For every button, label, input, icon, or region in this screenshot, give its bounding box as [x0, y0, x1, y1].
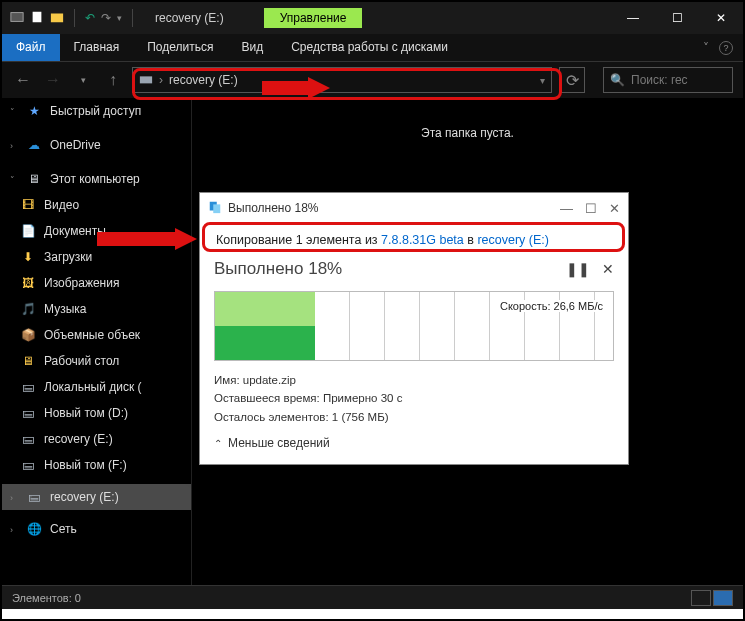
- dialog-minimize-button[interactable]: —: [560, 201, 573, 216]
- separator: [74, 9, 75, 27]
- address-bar[interactable]: › recovery (E:) ▾: [132, 67, 552, 93]
- ribbon-tab-drivetools[interactable]: Средства работы с дисками: [277, 34, 462, 61]
- sidebar-item-label: Локальный диск (: [44, 380, 142, 394]
- sidebar-network[interactable]: ›🌐Сеть: [2, 516, 191, 542]
- pause-button[interactable]: ❚❚: [566, 261, 590, 277]
- ribbon-context-tab[interactable]: Управление: [264, 8, 363, 28]
- back-button[interactable]: ←: [12, 69, 34, 91]
- sidebar-selected-recovery-e[interactable]: ›🖴recovery (E:): [2, 484, 191, 510]
- minimize-button[interactable]: —: [611, 2, 655, 34]
- sidebar-item-label: Объемные объек: [44, 328, 140, 342]
- ribbon-tab-home[interactable]: Главная: [60, 34, 134, 61]
- close-button[interactable]: ✕: [699, 2, 743, 34]
- copy-prefix: Копирование 1 элемента из: [216, 233, 381, 247]
- forward-button[interactable]: →: [42, 69, 64, 91]
- sidebar-item-desktop[interactable]: 🖥Рабочий стол: [2, 348, 191, 374]
- svg-rect-3: [140, 76, 152, 83]
- search-placeholder: Поиск: rec: [631, 73, 688, 87]
- sidebar-item-label: recovery (E:): [44, 432, 113, 446]
- sidebar-quick-access[interactable]: ˅★Быстрый доступ: [2, 98, 191, 124]
- ribbon-expand-icon[interactable]: ˅: [703, 41, 709, 55]
- copy-source-link[interactable]: 7.8.8.31G beta: [381, 233, 464, 247]
- empty-folder-message: Эта папка пуста.: [192, 98, 743, 140]
- sidebar-item-label: OneDrive: [50, 138, 101, 152]
- speed-label: Скорость: 26,6 МБ/с: [498, 300, 605, 312]
- copy-progress-dialog: Выполнено 18% — ☐ ✕ Копирование 1 элемен…: [199, 192, 629, 465]
- sidebar-item-videos[interactable]: 🎞Видео: [2, 192, 191, 218]
- copy-dest-link[interactable]: recovery (E:): [477, 233, 549, 247]
- ribbon-tab-view[interactable]: Вид: [227, 34, 277, 61]
- redo-icon[interactable]: ↷: [101, 11, 111, 25]
- sidebar-this-pc[interactable]: ˅🖥Этот компьютер: [2, 166, 191, 192]
- svg-rect-2: [51, 13, 63, 22]
- sidebar-item-3dobjects[interactable]: 📦Объемные объек: [2, 322, 191, 348]
- sidebar-item-label: Сеть: [50, 522, 77, 536]
- sidebar-item-localdisk-c[interactable]: 🖴Локальный диск (: [2, 374, 191, 400]
- sidebar-item-label: Быстрый доступ: [50, 104, 141, 118]
- qat-newfolder-icon[interactable]: [50, 10, 64, 27]
- svg-rect-0: [11, 12, 23, 21]
- window-controls: — ☐ ✕: [611, 2, 743, 34]
- sidebar-item-label: Видео: [44, 198, 79, 212]
- sidebar-item-label: Новый том (D:): [44, 406, 128, 420]
- undo-icon[interactable]: ↶: [85, 11, 95, 25]
- view-details-button[interactable]: [691, 590, 711, 606]
- view-large-button[interactable]: [713, 590, 733, 606]
- disk-icon: 🖴: [20, 405, 36, 421]
- maximize-button[interactable]: ☐: [655, 2, 699, 34]
- copy-meta: Имя: update.zip Оставшееся время: Пример…: [214, 365, 614, 426]
- sidebar-item-label: recovery (E:): [50, 490, 119, 504]
- dialog-icon: [208, 200, 222, 217]
- breadcrumb-sep: ›: [159, 73, 163, 87]
- sidebar-item-label: Загрузки: [44, 250, 92, 264]
- dialog-close-button[interactable]: ✕: [609, 201, 620, 216]
- folder-icon: 📦: [20, 327, 36, 343]
- search-box[interactable]: 🔍 Поиск: rec: [603, 67, 733, 93]
- titlebar: ↶ ↷ ▾ recovery (E:) Управление — ☐ ✕: [2, 2, 743, 34]
- sidebar-item-music[interactable]: 🎵Музыка: [2, 296, 191, 322]
- star-icon: ★: [26, 103, 42, 119]
- breadcrumb-text[interactable]: recovery (E:): [169, 73, 238, 87]
- ribbon-collapse: ˅ ?: [693, 34, 743, 61]
- sidebar-item-label: Новый том (F:): [44, 458, 127, 472]
- network-icon: 🌐: [26, 521, 42, 537]
- fewer-details-label: Меньше сведений: [228, 436, 330, 450]
- ribbon-tab-file[interactable]: Файл: [2, 34, 60, 61]
- disk-icon: 🖴: [26, 489, 42, 505]
- dialog-maximize-button[interactable]: ☐: [585, 201, 597, 216]
- ribbon-tab-share[interactable]: Поделиться: [133, 34, 227, 61]
- app-icon: [10, 10, 24, 27]
- folder-icon: 🎞: [20, 197, 36, 213]
- sidebar-item-downloads[interactable]: ⬇Загрузки: [2, 244, 191, 270]
- cancel-button[interactable]: ✕: [602, 261, 614, 277]
- sidebar-item-pictures[interactable]: 🖼Изображения: [2, 270, 191, 296]
- meta-remaining: Осталось элементов: 1 (756 МБ): [214, 408, 614, 426]
- folder-icon: 📄: [20, 223, 36, 239]
- chevron-up-icon: ⌃: [214, 438, 222, 449]
- sidebar-item-label: Музыка: [44, 302, 86, 316]
- address-dropdown-icon[interactable]: ▾: [540, 75, 545, 86]
- sidebar-item-recovery-e[interactable]: 🖴recovery (E:): [2, 426, 191, 452]
- recent-dropdown-icon[interactable]: ▾: [72, 69, 94, 91]
- progress-heading: Выполнено 18% ❚❚ ✕: [214, 253, 614, 285]
- drive-icon: [139, 72, 153, 89]
- cloud-icon: ☁: [26, 137, 42, 153]
- sidebar-onedrive[interactable]: ›☁OneDrive: [2, 132, 191, 158]
- view-switcher: [691, 590, 733, 606]
- fewer-details-toggle[interactable]: ⌃ Меньше сведений: [214, 426, 614, 450]
- sidebar-item-documents[interactable]: 📄Документы: [2, 218, 191, 244]
- up-button[interactable]: ↑: [102, 69, 124, 91]
- copy-mid: в: [464, 233, 478, 247]
- refresh-button[interactable]: ⟳: [559, 67, 585, 93]
- dialog-titlebar[interactable]: Выполнено 18% — ☐ ✕: [200, 193, 628, 223]
- help-icon[interactable]: ?: [719, 41, 733, 55]
- qat-dropdown-icon[interactable]: ▾: [117, 13, 122, 23]
- explorer-window: ↶ ↷ ▾ recovery (E:) Управление — ☐ ✕ Фай…: [0, 0, 745, 621]
- sidebar-item-volume-d[interactable]: 🖴Новый том (D:): [2, 400, 191, 426]
- navigation-pane[interactable]: ˅★Быстрый доступ ›☁OneDrive ˅🖥Этот компь…: [2, 98, 192, 585]
- qat-properties-icon[interactable]: [30, 10, 44, 27]
- navigation-bar: ← → ▾ ↑ › recovery (E:) ▾ ⟳ 🔍 Поиск: rec: [2, 62, 743, 98]
- disk-icon: 🖴: [20, 431, 36, 447]
- sidebar-item-volume-f[interactable]: 🖴Новый том (F:): [2, 452, 191, 478]
- ribbon: Файл Главная Поделиться Вид Средства раб…: [2, 34, 743, 62]
